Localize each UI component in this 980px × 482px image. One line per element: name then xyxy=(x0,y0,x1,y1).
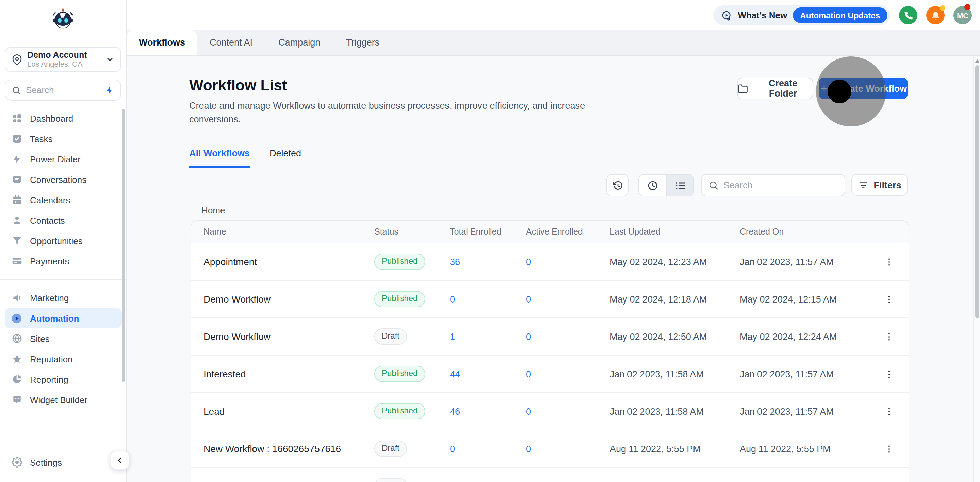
created-on: Jan 02 2023, 11:57 AM xyxy=(740,369,881,379)
sidebar-item-settings[interactable]: Settings xyxy=(5,452,122,472)
sidebar-search[interactable] xyxy=(5,79,121,101)
active-enrolled-link[interactable]: 0 xyxy=(526,406,531,417)
quick-actions-bolt-icon[interactable] xyxy=(105,85,115,95)
tab-content-ai[interactable]: Content AI xyxy=(197,30,266,55)
account-info: Demo Account Los Angeles, CA xyxy=(27,50,101,69)
table-row[interactable]: Interested Published 44 0 Jan 02 2023, 1… xyxy=(191,355,908,393)
row-actions-button[interactable] xyxy=(881,328,897,345)
workflow-name[interactable]: Interested xyxy=(204,368,374,379)
whats-new-button[interactable]: What's New Automation Updates xyxy=(713,5,890,25)
create-workflow-button[interactable]: Create Workflow xyxy=(819,78,908,99)
column-header-total-enrolled: Total Enrolled xyxy=(450,227,526,236)
created-on: May 02 2024, 12:24 AM xyxy=(740,331,881,342)
tab-campaign[interactable]: Campaign xyxy=(266,30,333,55)
list-view-button[interactable] xyxy=(666,175,694,196)
calendars-icon xyxy=(11,194,22,205)
last-updated: May 02 2024, 12:50 AM xyxy=(610,331,740,342)
sidebar-item-sites[interactable]: Sites xyxy=(5,328,122,349)
time-view-button[interactable] xyxy=(639,175,666,196)
sidebar-item-label: Settings xyxy=(30,457,62,468)
sidebar-item-marketing[interactable]: Marketing xyxy=(5,288,122,308)
total-enrolled-link[interactable]: 0 xyxy=(450,294,455,304)
page-scrollbar-thumb[interactable] xyxy=(975,65,979,318)
status-badge: Draft xyxy=(374,478,407,482)
row-actions-button[interactable] xyxy=(881,291,897,307)
row-actions-button[interactable] xyxy=(881,478,897,482)
row-actions-button[interactable] xyxy=(881,254,897,270)
notification-dot xyxy=(940,5,945,11)
sidebar-search-input[interactable] xyxy=(26,85,100,95)
tab-workflows[interactable]: Workflows xyxy=(127,30,197,55)
table-header: Name Status Total Enrolled Active Enroll… xyxy=(191,221,908,243)
main-area: What's New Automation Updates MC xyxy=(127,0,980,482)
sidebar-scrollbar[interactable] xyxy=(122,109,124,382)
sidebar-item-reporting[interactable]: Reporting xyxy=(5,369,122,390)
table-row[interactable]: Demo Workflow Published 0 0 May 02 2024,… xyxy=(191,281,908,318)
total-enrolled-link[interactable]: 46 xyxy=(450,406,460,417)
scroll-up-arrow-icon[interactable] xyxy=(975,59,979,63)
create-folder-button[interactable]: Create Folder xyxy=(737,78,813,99)
sidebar-item-calendars[interactable]: Calendars xyxy=(5,190,122,210)
sidebar-item-payments[interactable]: Payments xyxy=(5,251,122,271)
sidebar-item-dashboard[interactable]: Dashboard xyxy=(5,108,122,128)
row-actions-button[interactable] xyxy=(881,441,897,457)
breadcrumb[interactable]: Home xyxy=(202,205,225,216)
workflow-search[interactable] xyxy=(701,174,845,197)
workflow-table: Name Status Total Enrolled Active Enroll… xyxy=(191,220,909,482)
table-row[interactable]: Demo Workflow Draft 1 0 May 02 2024, 12:… xyxy=(191,318,908,355)
create-workflow-label: Create Workflow xyxy=(835,83,907,94)
view-toggle xyxy=(638,174,694,197)
workflow-name[interactable]: Demo Workflow xyxy=(204,294,374,304)
whatsapp-button[interactable] xyxy=(899,6,917,24)
workflow-name[interactable]: Appointment xyxy=(204,256,374,267)
total-enrolled-link[interactable]: 44 xyxy=(450,369,460,379)
workflow-name[interactable]: Lead xyxy=(204,406,374,417)
table-row[interactable]: Lead Published 46 0 Jan 02 2023, 11:58 A… xyxy=(191,393,908,430)
table-row[interactable]: New Workflow : 1660265757616 Draft 0 0 A… xyxy=(191,468,908,482)
row-actions-button[interactable] xyxy=(881,366,897,382)
tab-triggers[interactable]: Triggers xyxy=(333,30,392,55)
active-enrolled-link[interactable]: 0 xyxy=(526,369,531,379)
table-row[interactable]: Appointment Published 36 0 May 02 2024, … xyxy=(191,243,908,281)
sidebar-item-reputation[interactable]: Reputation xyxy=(5,349,122,369)
workflow-search-input[interactable] xyxy=(724,180,838,190)
table-row[interactable]: New Workflow : 1660265757616 Draft 0 0 A… xyxy=(191,430,908,468)
total-enrolled-link[interactable]: 36 xyxy=(450,257,460,267)
column-header-last-updated: Last Updated xyxy=(610,227,740,236)
workflow-name[interactable]: Demo Workflow xyxy=(204,331,374,342)
page-scrollbar[interactable] xyxy=(973,56,980,482)
search-icon xyxy=(708,180,719,190)
clock-icon xyxy=(647,180,658,191)
row-actions-button[interactable] xyxy=(881,403,897,419)
sidebar-divider xyxy=(0,279,126,280)
sidebar-item-label: Widget Builder xyxy=(30,395,88,405)
column-header-name: Name xyxy=(204,227,374,236)
sidebar-item-contacts[interactable]: Contacts xyxy=(5,210,122,230)
sidebar-item-opportunities[interactable]: Opportunities xyxy=(5,230,122,251)
workflow-name[interactable]: New Workflow : 1660265757616 xyxy=(204,443,374,454)
sidebar-item-label: Sites xyxy=(30,333,50,344)
last-updated: May 02 2024, 12:23 AM xyxy=(610,257,740,267)
notifications-button[interactable] xyxy=(926,6,945,24)
kebab-menu-icon xyxy=(884,369,894,379)
total-enrolled-link[interactable]: 1 xyxy=(450,332,455,342)
execution-logs-button[interactable] xyxy=(606,174,629,197)
workflow-name[interactable]: New Workflow : 1660265757616 xyxy=(204,480,374,482)
automation-updates-badge[interactable]: Automation Updates xyxy=(792,8,888,23)
total-enrolled-link[interactable]: 0 xyxy=(450,444,455,454)
sidebar-item-automation[interactable]: Automation xyxy=(5,308,122,328)
filters-button[interactable]: Filters xyxy=(851,174,908,196)
active-enrolled-link[interactable]: 0 xyxy=(526,257,531,267)
kebab-menu-icon xyxy=(884,294,894,304)
sidebar-collapse-button[interactable] xyxy=(110,451,129,470)
account-switcher[interactable]: Demo Account Los Angeles, CA xyxy=(5,47,121,72)
sidebar-item-power-dialer[interactable]: Power Dialer xyxy=(5,149,122,169)
sidebar-item-conversations[interactable]: Conversations xyxy=(5,169,122,190)
sidebar-item-tasks[interactable]: Tasks xyxy=(5,128,122,149)
kebab-menu-icon xyxy=(884,406,894,416)
active-enrolled-link[interactable]: 0 xyxy=(526,332,531,342)
sidebar-item-widget-builder[interactable]: Widget Builder xyxy=(5,390,122,410)
marketing-icon xyxy=(11,292,22,303)
active-enrolled-link[interactable]: 0 xyxy=(526,444,531,454)
active-enrolled-link[interactable]: 0 xyxy=(526,294,531,304)
